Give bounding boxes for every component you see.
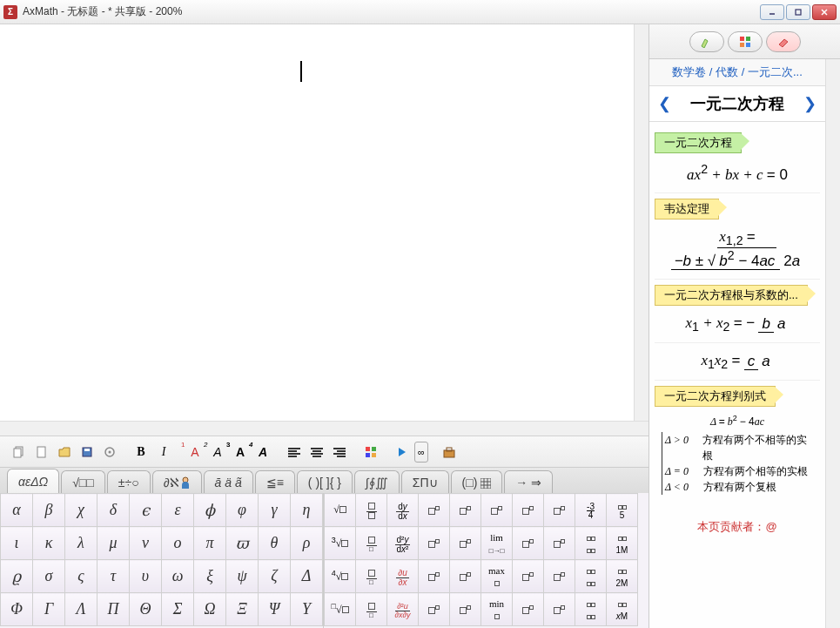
align-right-button[interactable]	[329, 442, 350, 463]
template-cell[interactable]	[513, 527, 544, 560]
template-cell[interactable]	[544, 593, 575, 626]
tab-greek[interactable]: αεΔΩ	[7, 469, 59, 493]
style1-button[interactable]: 1A	[185, 442, 205, 463]
greek-τ[interactable]: τ	[97, 560, 130, 593]
template-cell[interactable]: 5	[607, 494, 638, 527]
template-cell[interactable]: min	[481, 593, 513, 626]
section-header[interactable]: 韦达定理	[655, 199, 719, 219]
template-cell[interactable]	[544, 494, 575, 527]
template-cell[interactable]: □	[356, 560, 387, 593]
greek-υ[interactable]: υ	[130, 560, 162, 593]
next-arrow[interactable]: ❯	[800, 94, 820, 113]
style2-button[interactable]: 2A	[207, 442, 228, 463]
template-cell[interactable]: xM	[607, 593, 638, 626]
template-cell[interactable]	[575, 527, 607, 560]
template-cell[interactable]	[450, 560, 481, 593]
style4-button[interactable]: 4A	[252, 442, 273, 463]
tab-bigops[interactable]: ΣΠ∪	[401, 470, 449, 493]
italic-button[interactable]: I	[153, 442, 174, 463]
template-cell[interactable]: lim□→□	[481, 527, 513, 560]
tab-accents[interactable]: ā ä ã	[204, 470, 253, 493]
greek-β[interactable]: β	[33, 494, 65, 527]
tab-operators[interactable]: ±÷○	[107, 470, 151, 493]
template-cell[interactable]	[419, 527, 450, 560]
template-cell[interactable]	[450, 527, 481, 560]
greek-ι[interactable]: ι	[1, 527, 33, 560]
template-cell[interactable]	[575, 593, 607, 626]
open-button[interactable]	[54, 442, 75, 463]
template-cell[interactable]: dydx	[387, 494, 419, 527]
align-left-button[interactable]	[284, 442, 305, 463]
discriminant-block[interactable]: Δ = b2 − 4ac Δ > 0方程有两个不相等的实根 Δ = 0方程有两个…	[655, 407, 820, 502]
greek-Δ[interactable]: Δ	[291, 560, 323, 593]
template-cell[interactable]: -34	[575, 494, 607, 527]
greek-Ω[interactable]: Ω	[194, 593, 226, 626]
greek-o[interactable]: o	[162, 527, 194, 560]
template-cell[interactable]	[450, 593, 481, 626]
copy-button[interactable]	[9, 442, 30, 463]
template-cell[interactable]: □	[356, 527, 387, 560]
template-cell[interactable]	[481, 494, 513, 527]
tab-integrals[interactable]: ∫∮∭	[354, 470, 400, 493]
greek-φ[interactable]: φ	[226, 494, 259, 527]
formula-vieta[interactable]: x1,2 = −b ± √b2 − 4ac2a	[655, 219, 820, 280]
grid-button[interactable]	[728, 31, 763, 52]
template-cell[interactable]: □	[356, 593, 387, 626]
greek-ϵ[interactable]: ϵ	[130, 494, 162, 527]
template-cell[interactable]	[544, 560, 575, 593]
greek-ϕ[interactable]: ϕ	[194, 494, 226, 527]
greek-ϱ[interactable]: ϱ	[1, 560, 33, 593]
template-cell[interactable]: 2M	[607, 560, 638, 593]
greek-θ[interactable]: θ	[259, 527, 291, 560]
formula-product[interactable]: x1x2 = ca	[655, 343, 820, 381]
greek-α[interactable]: α	[1, 494, 33, 527]
template-cell[interactable]: √	[325, 494, 356, 527]
greek-ν[interactable]: ν	[130, 527, 162, 560]
equation-editor[interactable]	[0, 24, 634, 421]
maximize-button[interactable]	[786, 4, 810, 20]
greek-Φ[interactable]: Φ	[1, 593, 33, 626]
greek-Θ[interactable]: Θ	[130, 593, 162, 626]
template-cell[interactable]	[419, 494, 450, 527]
template-cell[interactable]: 1M	[607, 527, 638, 560]
color-button[interactable]	[360, 442, 381, 463]
play-button[interactable]	[392, 442, 413, 463]
greek-Ψ[interactable]: Ψ	[259, 593, 291, 626]
greek-κ[interactable]: κ	[33, 527, 65, 560]
tab-arrows[interactable]: → ⇒	[504, 470, 553, 493]
greek-Λ[interactable]: Λ	[65, 593, 97, 626]
greek-ω[interactable]: ω	[162, 560, 194, 593]
greek-ρ[interactable]: ρ	[291, 527, 323, 560]
greek-η[interactable]: η	[291, 494, 323, 527]
greek-Ξ[interactable]: Ξ	[226, 593, 259, 626]
template-cell[interactable]: ∂u∂x	[387, 560, 419, 593]
highlighter-button[interactable]	[689, 31, 724, 52]
greek-Υ[interactable]: Υ	[291, 593, 323, 626]
template-cell[interactable]: 4√	[325, 560, 356, 593]
template-cell[interactable]	[544, 527, 575, 560]
greek-ψ[interactable]: ψ	[226, 560, 259, 593]
calc-button[interactable]: ∞	[414, 442, 428, 463]
greek-χ[interactable]: χ	[65, 494, 97, 527]
save-button[interactable]	[77, 442, 97, 463]
template-cell[interactable]	[419, 560, 450, 593]
tab-brackets[interactable]: ( )[ ]{ }	[297, 470, 353, 493]
template-cell[interactable]: 3√	[325, 527, 356, 560]
vscrollbar[interactable]	[634, 24, 648, 421]
eraser-button[interactable]	[766, 31, 801, 52]
toolbox-button[interactable]	[439, 442, 460, 463]
section-header[interactable]: 一元二次方程根与系数的...	[655, 285, 808, 306]
template-cell[interactable]	[513, 560, 544, 593]
tab-templates[interactable]: √□□	[61, 470, 105, 493]
template-cell[interactable]: ∂²u∂x∂y	[387, 593, 419, 626]
tab-relations[interactable]: ≦≡	[255, 470, 295, 493]
new-button[interactable]	[31, 442, 52, 463]
template-cell[interactable]: d²ydx²	[387, 527, 419, 560]
greek-γ[interactable]: γ	[259, 494, 291, 527]
section-header[interactable]: 一元二次方程	[655, 132, 742, 153]
template-cell[interactable]	[419, 593, 450, 626]
section-header[interactable]: 一元二次方程判别式	[655, 386, 776, 407]
template-cell[interactable]	[575, 560, 607, 593]
greek-Σ[interactable]: Σ	[162, 593, 194, 626]
template-cell[interactable]	[513, 494, 544, 527]
